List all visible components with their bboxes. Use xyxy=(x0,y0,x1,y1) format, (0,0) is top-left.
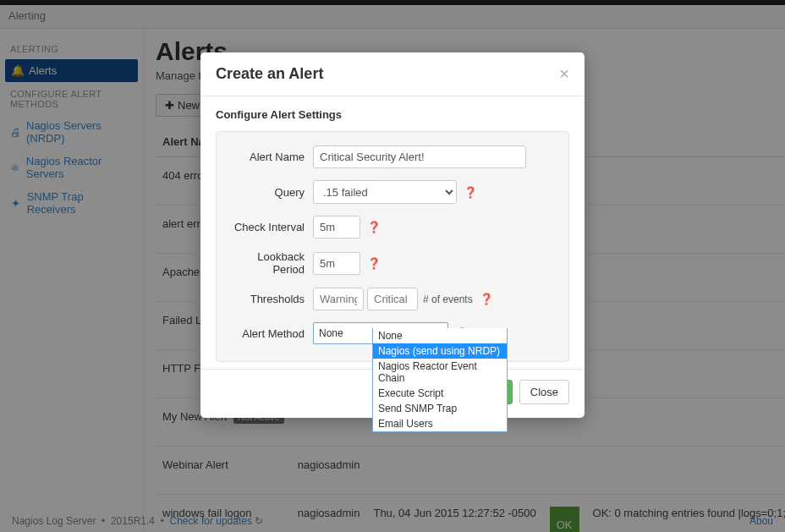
dropdown-option[interactable]: Email Users xyxy=(373,416,507,431)
dropdown-option[interactable]: Nagios Reactor Event Chain xyxy=(373,359,507,386)
critical-input[interactable] xyxy=(367,288,418,310)
label-check-interval: Check Interval xyxy=(228,221,313,233)
close-icon[interactable]: × xyxy=(559,64,569,84)
label-lookback: Lookback Period xyxy=(228,250,313,276)
label-query: Query xyxy=(228,186,313,199)
alert-method-selected: None xyxy=(319,327,343,339)
warning-input[interactable] xyxy=(313,288,364,310)
alert-name-input[interactable] xyxy=(313,145,526,168)
modal-section-title: Configure Alert Settings xyxy=(216,108,569,121)
dropdown-option[interactable]: None xyxy=(373,328,507,343)
label-alert-method: Alert Method xyxy=(228,327,313,340)
check-interval-input[interactable] xyxy=(313,216,360,239)
help-icon[interactable]: ❓ xyxy=(367,257,381,270)
help-icon[interactable]: ❓ xyxy=(367,221,381,233)
alert-method-dropdown[interactable]: NoneNagios (send using NRDP)Nagios React… xyxy=(372,328,508,432)
query-select[interactable]: .15 failed xyxy=(313,180,457,204)
close-button[interactable]: Close xyxy=(519,380,569,404)
lookback-input[interactable] xyxy=(313,252,360,275)
help-icon[interactable]: ❓ xyxy=(464,186,477,199)
label-alert-name: Alert Name xyxy=(228,151,313,163)
dropdown-option[interactable]: Execute Script xyxy=(373,386,507,401)
modal-title: Create an Alert xyxy=(216,65,323,83)
threshold-suffix: # of events xyxy=(423,293,473,305)
dropdown-option[interactable]: Send SNMP Trap xyxy=(373,401,507,416)
dropdown-option[interactable]: Nagios (send using NRDP) xyxy=(373,343,507,359)
label-thresholds: Thresholds xyxy=(228,293,313,305)
help-icon[interactable]: ❓ xyxy=(480,293,493,305)
